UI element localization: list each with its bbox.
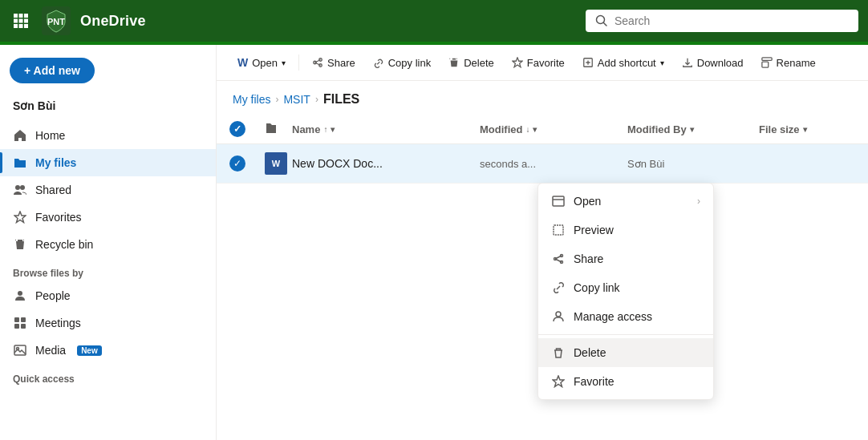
svg-point-34 bbox=[556, 312, 561, 317]
word-file-icon: W bbox=[265, 152, 287, 175]
row-modified-by: Sơn Bùi bbox=[627, 158, 756, 170]
shortcut-icon bbox=[582, 57, 594, 68]
content-area: W Open ▾ Share Copy link bbox=[217, 45, 868, 440]
ctx-open-arrow: › bbox=[697, 196, 700, 207]
link-icon bbox=[373, 57, 384, 68]
rename-button[interactable]: Rename bbox=[753, 52, 824, 74]
ctx-manage-access[interactable]: Manage access bbox=[538, 302, 713, 331]
header-file-size[interactable]: File size ▾ bbox=[759, 123, 855, 135]
svg-rect-4 bbox=[19, 19, 23, 23]
ctx-delete-icon bbox=[551, 345, 566, 360]
ctx-preview-label: Preview bbox=[574, 224, 700, 236]
sort-arrow-icon: ↑ bbox=[323, 125, 327, 134]
open-button[interactable]: W Open ▾ bbox=[229, 51, 294, 74]
ctx-open-icon bbox=[551, 194, 566, 208]
ctx-copy-link[interactable]: Copy link bbox=[538, 273, 713, 302]
sidebar-item-meetings[interactable]: Meetings bbox=[0, 309, 216, 337]
ctx-link-icon bbox=[551, 281, 566, 295]
svg-marker-35 bbox=[553, 376, 564, 387]
context-menu: Open › Preview bbox=[537, 183, 714, 400]
breadcrumb-current: FILES bbox=[323, 92, 359, 107]
sidebar-item-recycle-bin[interactable]: Recycle bin bbox=[0, 231, 216, 258]
row-file-icon: W bbox=[265, 152, 289, 175]
download-icon bbox=[682, 57, 693, 68]
share-icon bbox=[312, 57, 323, 68]
ctx-delete[interactable]: Delete bbox=[538, 338, 713, 367]
header-name[interactable]: Name ↑ ▾ bbox=[292, 123, 477, 135]
breadcrumb-msit[interactable]: MSIT bbox=[283, 93, 310, 106]
ctx-delete-label: Delete bbox=[574, 346, 700, 359]
ctx-preview[interactable]: Preview bbox=[538, 216, 713, 244]
breadcrumb: My files › MSIT › FILES bbox=[217, 81, 868, 115]
share-button[interactable]: Share bbox=[304, 52, 363, 74]
sidebar-item-favorites[interactable]: Favorites bbox=[0, 204, 216, 231]
row-checkbox[interactable]: ✓ bbox=[229, 155, 262, 172]
add-shortcut-button[interactable]: Add shortcut ▾ bbox=[574, 52, 672, 74]
name-filter-icon: ▾ bbox=[331, 125, 335, 134]
ctx-favorite[interactable]: Favorite bbox=[538, 367, 713, 396]
modby-filter-icon: ▾ bbox=[690, 125, 694, 134]
table-row[interactable]: ✓ W New DOCX Doc... seconds a... Sơn Bùi bbox=[217, 144, 868, 184]
ctx-open-label: Open bbox=[574, 195, 689, 208]
ctx-star-icon bbox=[551, 374, 566, 389]
svg-rect-17 bbox=[21, 317, 26, 322]
ctx-share-icon bbox=[551, 252, 566, 266]
search-input[interactable] bbox=[614, 14, 849, 27]
size-filter-icon: ▾ bbox=[803, 125, 807, 134]
svg-rect-8 bbox=[24, 24, 28, 28]
svg-rect-6 bbox=[14, 24, 18, 28]
ctx-share[interactable]: Share bbox=[538, 244, 713, 273]
sidebar-item-shared[interactable]: Shared bbox=[0, 176, 216, 204]
search-bar bbox=[586, 10, 858, 32]
file-list: ✓ Name ↑ ▾ Modified ↓ ▾ Modified By ▾ bbox=[217, 115, 868, 440]
add-new-button[interactable]: + Add new bbox=[10, 58, 95, 83]
breadcrumb-my-files[interactable]: My files bbox=[233, 93, 270, 106]
download-button[interactable]: Download bbox=[674, 52, 752, 74]
waffle-menu[interactable] bbox=[10, 10, 32, 32]
select-all-checkbox[interactable]: ✓ bbox=[229, 121, 245, 137]
svg-rect-0 bbox=[14, 14, 18, 18]
toolbar-divider-1 bbox=[298, 54, 299, 71]
svg-marker-14 bbox=[14, 212, 26, 223]
word-icon: W bbox=[237, 56, 248, 69]
svg-rect-19 bbox=[21, 324, 26, 329]
ctx-share-label: Share bbox=[574, 252, 700, 265]
folder-icon bbox=[13, 155, 27, 170]
svg-rect-28 bbox=[761, 62, 768, 67]
header-modified[interactable]: Modified ↓ ▾ bbox=[480, 123, 624, 135]
svg-rect-27 bbox=[761, 58, 771, 61]
svg-rect-29 bbox=[553, 196, 564, 206]
new-badge: New bbox=[77, 345, 102, 356]
sidebar: + Add new Sơn Bùi Home My files bbox=[0, 45, 217, 440]
svg-rect-18 bbox=[14, 324, 19, 329]
app-logo: PNT bbox=[42, 6, 71, 35]
header-check[interactable]: ✓ bbox=[229, 121, 262, 137]
search-icon bbox=[595, 14, 608, 27]
sidebar-item-my-files[interactable]: My files bbox=[0, 149, 216, 176]
row-modified: seconds a... bbox=[480, 158, 624, 170]
copy-link-button[interactable]: Copy link bbox=[365, 52, 439, 74]
sidebar-item-home[interactable]: Home bbox=[0, 122, 216, 149]
star-icon bbox=[13, 210, 27, 224]
breadcrumb-sep-1: › bbox=[275, 94, 278, 105]
delete-button[interactable]: Delete bbox=[440, 52, 502, 74]
sidebar-item-media[interactable]: Media New bbox=[0, 337, 216, 364]
header-icon-col bbox=[265, 122, 289, 137]
file-list-header: ✓ Name ↑ ▾ Modified ↓ ▾ Modified By ▾ bbox=[217, 115, 868, 144]
topbar: PNT OneDrive bbox=[0, 0, 868, 42]
shortcut-chevron-icon: ▾ bbox=[660, 59, 664, 67]
ctx-manage-icon bbox=[551, 309, 566, 324]
header-modified-by[interactable]: Modified By ▾ bbox=[627, 123, 756, 135]
svg-point-15 bbox=[18, 291, 22, 296]
ctx-manage-label: Manage access bbox=[574, 310, 700, 323]
favorite-button[interactable]: Favorite bbox=[504, 52, 573, 74]
quick-access-title: Quick access bbox=[0, 364, 216, 388]
sidebar-item-people[interactable]: People bbox=[0, 282, 216, 309]
ctx-divider bbox=[538, 334, 713, 335]
shared-icon bbox=[13, 183, 27, 197]
modified-filter-icon: ▾ bbox=[533, 125, 537, 134]
browse-section-title: Browse files by bbox=[0, 258, 216, 282]
row-file-name: New DOCX Doc... bbox=[292, 157, 477, 170]
ctx-copy-link-label: Copy link bbox=[574, 281, 700, 294]
ctx-open[interactable]: Open › bbox=[538, 187, 713, 216]
